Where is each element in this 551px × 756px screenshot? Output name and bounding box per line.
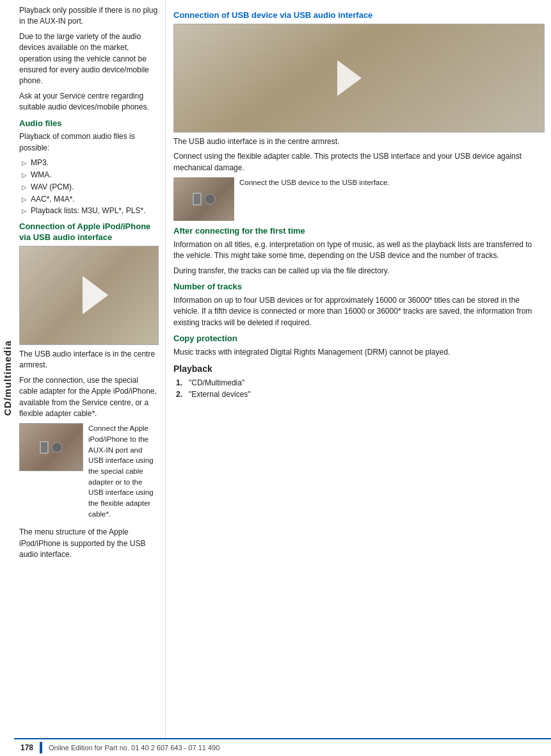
audio-files-heading: Audio files	[19, 118, 159, 129]
copy-heading: Copy protection	[173, 334, 545, 344]
footer-text: Online Edition for Part no. 01 40 2 607 …	[49, 744, 220, 752]
bullet-icon: ▷	[22, 207, 27, 216]
list-item: ▷Playback lists: M3U, WPL*, PLS*.	[22, 205, 159, 216]
bullet-icon: ▷	[22, 171, 27, 180]
audio-files-intro: Playback of common audio files is possib…	[19, 131, 159, 154]
list-item: 2."External devices"	[176, 389, 545, 400]
list-item: ▷MP3.	[22, 157, 159, 168]
left-intro-para1: Playback only possible if there is no pl…	[19, 5, 159, 28]
tracks-heading: Number of tracks	[173, 282, 545, 293]
apple-para2: For the connection, use the special cabl…	[19, 375, 159, 420]
usb-para2: Connect using the flexible adapter cable…	[173, 151, 545, 173]
playback-list: 1."CD/Multimedia"2."External devices"	[176, 378, 545, 401]
list-item: ▷WAV (PCM).	[22, 182, 159, 193]
bullet-icon: ▷	[22, 195, 27, 204]
playback-heading: Playback	[173, 363, 545, 374]
usb-para1: The USB audio interface is in the centre…	[173, 136, 545, 147]
usb-image	[173, 24, 545, 133]
bullet-icon: ▷	[22, 159, 27, 168]
apple-inline-text: Connect the Apple iPod/iPhone to the AUX…	[88, 423, 159, 519]
apple-para3: The menu structure of the Apple iPod/iPh…	[19, 527, 159, 560]
bullet-icon: ▷	[22, 183, 27, 192]
after-heading: After connecting for the first time	[173, 226, 545, 237]
usb-heading: Connection of USB device via USB audio i…	[173, 10, 545, 21]
apple-image	[19, 246, 159, 345]
left-intro-para3: Ask at your Service centre regarding sui…	[19, 91, 159, 113]
footer-bar	[40, 742, 42, 753]
audio-files-list: ▷MP3.▷WMA.▷WAV (PCM).▷AAC*, M4A*.▷Playba…	[22, 157, 159, 216]
footer-page: 178	[20, 743, 33, 752]
footer: 178 Online Edition for Part no. 01 40 2 …	[14, 738, 551, 756]
apple-para1: The USB audio interface is in the centre…	[19, 349, 159, 371]
apple-inline-row: Connect the Apple iPod/iPhone to the AUX…	[19, 423, 159, 523]
list-item: ▷AAC*, M4A*.	[22, 194, 159, 205]
apple-heading: Connection of Apple iPod/iPhone via USB …	[19, 221, 159, 243]
copy-para: Music tracks with integrated Digital Rig…	[173, 347, 545, 358]
sidebar-label: CD/multimedia	[0, 0, 14, 756]
list-item: 1."CD/Multimedia"	[176, 378, 545, 389]
after-para1: Information on all titles, e.g. interpre…	[173, 239, 545, 262]
usb-inline-image	[173, 177, 234, 221]
usb-inline-row: Connect the USB device to the USB interf…	[173, 177, 545, 221]
left-intro-para2: Due to the large variety of the audio de…	[19, 31, 159, 87]
list-item: ▷WMA.	[22, 170, 159, 181]
tracks-para: Information on up to four USB devices or…	[173, 295, 545, 328]
apple-inline-image	[19, 423, 83, 471]
usb-inline-text: Connect the USB device to the USB interf…	[239, 177, 545, 217]
after-para2: During transfer, the tracks can be calle…	[173, 266, 545, 277]
